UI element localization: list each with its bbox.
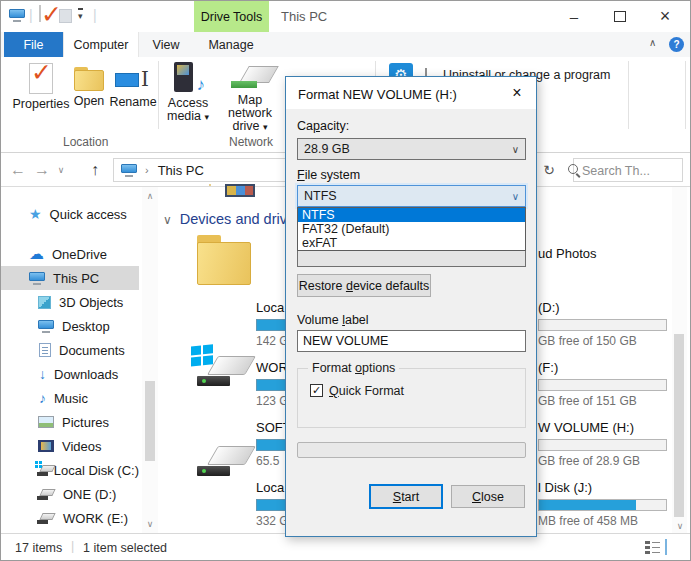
tile-label: Loca (256, 480, 284, 495)
sidebar-item-label: Desktop (62, 319, 110, 334)
maximize-button[interactable] (603, 1, 637, 31)
access-media-icon: ♪ (174, 62, 202, 93)
sidebar-item-videos[interactable]: Videos (1, 434, 139, 458)
drive-icon (197, 356, 247, 386)
sidebar-item-music[interactable]: ♪ Music (1, 386, 139, 410)
dialog-close-icon[interactable]: × (506, 83, 528, 103)
sidebar-item-label: Local Disk (C:) (54, 463, 139, 478)
start-button[interactable]: Start (369, 484, 443, 509)
tab-manage[interactable]: Manage (193, 32, 269, 57)
dropdown-option-exfat[interactable]: exFAT (298, 236, 525, 250)
access-media-label1: Access (168, 96, 208, 110)
qat-new-folder-icon[interactable] (59, 9, 72, 23)
windows-logo-icon (191, 345, 201, 355)
breadcrumb-chevron-icon[interactable]: › (145, 164, 149, 176)
check-icon: ✓ (312, 384, 321, 397)
picture-icon (38, 416, 54, 428)
quick-format-checkbox[interactable]: ✓ (310, 384, 323, 397)
section-collapse-icon[interactable]: ∨ (163, 213, 172, 227)
sidebar-item-work-e[interactable]: WORK (E:) (1, 506, 139, 530)
close-dialog-button[interactable]: Close (451, 485, 525, 508)
restore-defaults-button[interactable]: Restore device defaults (297, 274, 431, 297)
capacity-bar (256, 499, 288, 511)
sidebar-item-local-disk-c[interactable]: Local Disk (C:) (1, 458, 139, 482)
search-box[interactable] (573, 158, 683, 182)
rename-button[interactable]: I Rename (111, 66, 155, 109)
access-media-button[interactable]: ♪ Accessmedia ▾ (163, 62, 213, 124)
tile-label: WOR (256, 360, 288, 375)
tab-file[interactable]: File (4, 32, 63, 57)
sidebar-item-one-d[interactable]: ONE (D:) (1, 482, 139, 506)
dropdown-option-fat32[interactable]: FAT32 (Default) (298, 222, 525, 236)
ribbon-separator-4 (685, 61, 686, 129)
qat-separator-2: | (93, 7, 97, 23)
large-icons-view-icon[interactable] (665, 539, 667, 555)
sidebar-item-downloads[interactable]: ↓ Downloads (1, 362, 139, 386)
folder-tile-icon[interactable] (197, 235, 251, 285)
map-drive-label2: drive (232, 119, 259, 133)
file-system-label: File system (297, 168, 360, 182)
partial-filmstrip-icon (225, 184, 255, 197)
volume-label-input[interactable] (297, 330, 526, 352)
help-icon[interactable]: ? (669, 37, 684, 52)
tile-free-text: 65.5 (256, 454, 279, 468)
qat-properties-icon[interactable] (39, 6, 41, 21)
capacity-combobox[interactable]: 28.9 GB ∨ (297, 138, 526, 160)
sidebar-item-onedrive[interactable]: ☁ OneDrive (1, 242, 139, 266)
map-drive-label1: Map network (228, 93, 272, 120)
section-heading[interactable]: ∨Devices and drives (163, 211, 302, 227)
breadcrumb[interactable]: This PC (158, 163, 204, 178)
search-input[interactable] (580, 160, 664, 182)
close-button[interactable]: × (648, 1, 682, 31)
quick-format-label[interactable]: Quick Format (329, 384, 404, 398)
capacity-bar (538, 319, 667, 331)
sidebar-item-desktop[interactable]: Desktop (1, 314, 139, 338)
star-icon: ★ (29, 206, 42, 222)
film-icon (38, 440, 54, 452)
scrollbar-thumb[interactable] (674, 334, 684, 517)
forward-icon[interactable]: → (33, 153, 51, 187)
up-icon[interactable]: ↑ (85, 153, 105, 187)
dropdown-option-ntfs[interactable]: NTFS (298, 208, 525, 222)
collapse-ribbon-icon[interactable]: ∧ (649, 37, 656, 48)
tile-free-text: 123 G (256, 394, 289, 408)
group-network-label: Network (229, 135, 273, 149)
tile-label: (F:) (538, 360, 558, 375)
qat-customize-icon[interactable]: ▾ (78, 8, 83, 22)
tile-label-icloud-photos[interactable]: ud Photos (538, 246, 597, 261)
open-button[interactable]: Open (69, 67, 109, 108)
sidebar-item-this-pc[interactable]: This PC (1, 266, 139, 290)
tab-view[interactable]: View (139, 32, 193, 57)
sidebar-item-3d-objects[interactable]: 3D Objects (1, 290, 139, 314)
sidebar-item-label: This PC (53, 271, 99, 286)
file-system-combobox[interactable]: NTFS ∨ (297, 185, 526, 207)
tab-computer[interactable]: Computer (63, 32, 139, 57)
tile-free-text: 332 G (256, 514, 289, 528)
scroll-down-icon[interactable]: ∨ (672, 519, 688, 533)
scroll-up-icon[interactable]: ∧ (142, 189, 158, 203)
scrollbar-thumb[interactable] (145, 381, 155, 461)
open-label: Open (74, 95, 105, 108)
scroll-down-icon[interactable]: ∨ (142, 517, 158, 531)
sidebar-item-quick-access[interactable]: ★ Quick access (1, 202, 139, 226)
back-icon[interactable]: ← (9, 153, 27, 187)
cloud-icon: ☁ (29, 245, 44, 263)
recent-locations-icon[interactable]: ∨ (55, 153, 67, 187)
sidebar-item-label: Videos (62, 439, 102, 454)
map-network-drive-button[interactable]: Map networkdrive ▾ (217, 66, 283, 134)
sidebar-item-pictures[interactable]: Pictures (1, 410, 139, 434)
main-scrollbar[interactable]: ∨ (672, 187, 687, 533)
minimize-button[interactable]: – (557, 1, 591, 31)
refresh-icon[interactable]: ↻ (540, 153, 558, 187)
sidebar-item-documents[interactable]: Documents (1, 338, 139, 362)
drive-c-icon (37, 465, 46, 476)
sidebar-scrollbar[interactable]: ∧ ∨ (142, 187, 158, 533)
capacity-bar-fill (539, 500, 636, 510)
tile-label: l Disk (J:) (538, 480, 592, 495)
tile-free-text: GB free of 150 GB (538, 334, 637, 348)
drive-tools-contextual-tab[interactable]: Drive Tools (194, 1, 269, 32)
properties-button[interactable]: Properties (15, 63, 67, 111)
computer-icon (29, 272, 45, 285)
tile-free-text: MB free of 458 MB (538, 514, 638, 528)
ribbon-tab-row: File Computer View Manage ∧ ? (1, 32, 690, 58)
